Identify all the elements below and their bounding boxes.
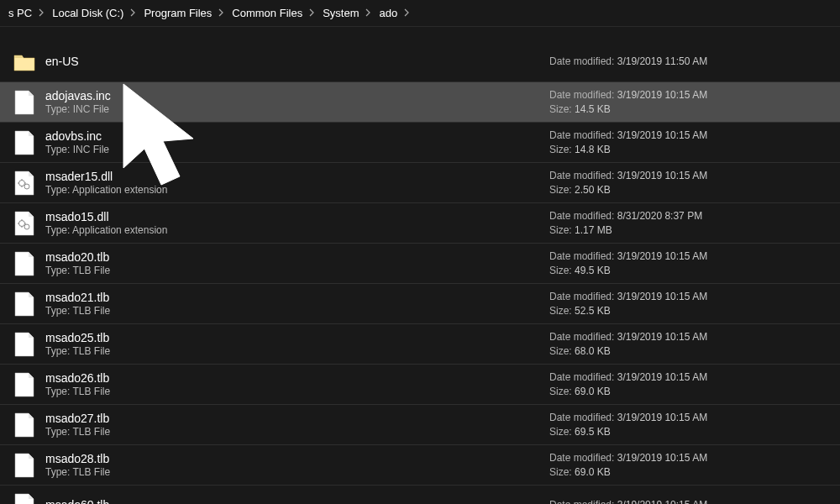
- date-modified: Date modified: 3/19/2019 10:15 AM: [549, 498, 827, 504]
- file-size: Size: 49.5 KB: [549, 264, 827, 278]
- file-size: Size: 69.0 KB: [549, 465, 827, 480]
- file-name: msado20.tlb: [45, 249, 549, 265]
- dll-file-icon: [13, 170, 35, 197]
- date-modified: Date modified: 3/19/2019 10:15 AM: [549, 129, 827, 143]
- date-modified: Date modified: 3/19/2019 10:15 AM: [549, 88, 827, 102]
- file-name: msado60.tlb: [45, 497, 549, 504]
- file-name: adovbs.inc: [45, 129, 549, 144]
- file-row[interactable]: msado25.tlbType: TLB FileDate modified: …: [0, 324, 840, 365]
- chevron-right-icon[interactable]: [307, 8, 318, 18]
- file-icon: [13, 331, 35, 358]
- file-size: Size: 69.0 KB: [549, 385, 827, 399]
- file-icon: [13, 371, 35, 398]
- date-modified: Date modified: 8/31/2020 8:37 PM: [549, 209, 827, 223]
- file-row[interactable]: adojavas.incType: INC FileDate modified:…: [0, 82, 840, 123]
- file-row[interactable]: msader15.dllType: Application extensionD…: [0, 163, 840, 203]
- file-type: Type: Application extension: [45, 224, 549, 238]
- file-main: msado21.tlbType: TLB File: [45, 290, 549, 318]
- chevron-right-icon[interactable]: [37, 8, 47, 18]
- chevron-right-icon[interactable]: [129, 8, 139, 18]
- file-size: Size: 1.17 MB: [549, 223, 827, 238]
- file-icon: [13, 492, 35, 505]
- file-main: msado27.tlbType: TLB File: [45, 411, 549, 439]
- file-type: Type: TLB File: [45, 345, 549, 359]
- file-main: msader15.dllType: Application extension: [45, 169, 549, 197]
- folder-icon: [13, 49, 35, 76]
- file-name: msado21.tlb: [45, 290, 549, 305]
- file-name: msado25.tlb: [45, 330, 549, 345]
- file-size: Size: 68.0 KB: [549, 344, 827, 359]
- file-icon: [13, 291, 35, 318]
- dll-file-icon: [13, 210, 35, 237]
- file-meta: Date modified: 3/19/2019 10:15 AMSize: 5…: [549, 290, 827, 318]
- breadcrumb-item[interactable]: ado: [374, 5, 402, 21]
- file-row[interactable]: msado21.tlbType: TLB FileDate modified: …: [0, 284, 840, 324]
- breadcrumb-item[interactable]: Local Disk (C:): [47, 5, 129, 21]
- date-modified: Date modified: 3/19/2019 10:15 AM: [549, 330, 827, 344]
- file-type: Type: TLB File: [45, 265, 549, 278]
- file-type: Type: Application extension: [45, 184, 549, 197]
- file-meta: Date modified: 8/31/2020 8:37 PMSize: 1.…: [549, 209, 827, 238]
- file-row[interactable]: en-USDate modified: 3/19/2019 11:50 AM: [0, 42, 840, 82]
- breadcrumb-item[interactable]: Common Files: [227, 5, 307, 21]
- file-meta: Date modified: 3/19/2019 10:15 AMSize: 6…: [549, 370, 827, 399]
- chevron-right-icon[interactable]: [217, 8, 227, 18]
- file-size: Size: 14.8 KB: [549, 143, 827, 157]
- file-size: Size: 2.50 KB: [549, 183, 827, 197]
- date-modified: Date modified: 3/19/2019 11:50 AM: [549, 55, 827, 69]
- file-meta: Date modified: 3/19/2019 10:15 AMSize: 1…: [549, 129, 827, 157]
- date-modified: Date modified: 3/19/2019 10:15 AM: [549, 290, 827, 304]
- file-meta: Date modified: 3/19/2019 10:15 AMSize: 1…: [549, 88, 827, 117]
- chevron-right-icon[interactable]: [402, 8, 412, 18]
- file-meta: Date modified: 3/19/2019 10:15 AMSize: 6…: [549, 330, 827, 359]
- file-type: Type: INC File: [45, 144, 549, 157]
- file-type: Type: INC File: [45, 103, 549, 117]
- file-main: msado26.tlbType: TLB File: [45, 370, 549, 399]
- breadcrumb-item[interactable]: s PC: [3, 5, 37, 21]
- date-modified: Date modified: 3/19/2019 10:15 AM: [549, 169, 827, 183]
- file-list: en-USDate modified: 3/19/2019 11:50 AMad…: [0, 27, 840, 504]
- file-row[interactable]: msado20.tlbType: TLB FileDate modified: …: [0, 244, 840, 284]
- file-type: Type: TLB File: [45, 466, 549, 480]
- file-meta: Date modified: 3/19/2019 10:15 AMSize: 4…: [549, 249, 827, 278]
- file-type: Type: TLB File: [45, 386, 549, 399]
- file-meta: Date modified: 3/19/2019 11:50 AM: [549, 55, 827, 69]
- file-icon: [13, 452, 35, 479]
- breadcrumb-item[interactable]: System: [318, 5, 364, 21]
- file-icon: [13, 89, 35, 116]
- file-meta: Date modified: 3/19/2019 10:15 AM: [549, 498, 827, 504]
- file-row[interactable]: msado27.tlbType: TLB FileDate modified: …: [0, 405, 840, 445]
- file-main: adojavas.incType: INC File: [45, 88, 549, 117]
- file-row[interactable]: adovbs.incType: INC FileDate modified: 3…: [0, 123, 840, 163]
- file-name: msado28.tlb: [45, 451, 549, 466]
- breadcrumb-item[interactable]: Program Files: [139, 5, 217, 21]
- date-modified: Date modified: 3/19/2019 10:15 AM: [549, 411, 827, 425]
- breadcrumb[interactable]: s PCLocal Disk (C:)Program FilesCommon F…: [0, 0, 840, 27]
- file-type: Type: TLB File: [45, 426, 549, 439]
- file-meta: Date modified: 3/19/2019 10:15 AMSize: 6…: [549, 411, 827, 439]
- date-modified: Date modified: 3/19/2019 10:15 AM: [549, 370, 827, 385]
- file-name: msado26.tlb: [45, 370, 549, 386]
- file-main: msado20.tlbType: TLB File: [45, 249, 549, 278]
- file-row[interactable]: msado60.tlbDate modified: 3/19/2019 10:1…: [0, 486, 840, 504]
- file-meta: Date modified: 3/19/2019 10:15 AMSize: 6…: [549, 451, 827, 480]
- file-type: Type: TLB File: [45, 305, 549, 318]
- file-name: en-US: [45, 54, 549, 69]
- file-icon: [13, 129, 35, 156]
- file-main: en-US: [45, 54, 549, 69]
- file-main: msado25.tlbType: TLB File: [45, 330, 549, 359]
- file-meta: Date modified: 3/19/2019 10:15 AMSize: 2…: [549, 169, 827, 197]
- file-size: Size: 69.5 KB: [549, 425, 827, 439]
- file-name: msado27.tlb: [45, 411, 549, 426]
- file-main: msado28.tlbType: TLB File: [45, 451, 549, 480]
- date-modified: Date modified: 3/19/2019 10:15 AM: [549, 249, 827, 264]
- file-size: Size: 52.5 KB: [549, 304, 827, 318]
- file-name: msado15.dll: [45, 209, 549, 224]
- chevron-right-icon[interactable]: [364, 8, 374, 18]
- file-row[interactable]: msado15.dllType: Application extensionDa…: [0, 203, 840, 244]
- file-row[interactable]: msado26.tlbType: TLB FileDate modified: …: [0, 365, 840, 405]
- file-name: adojavas.inc: [45, 88, 549, 103]
- file-main: adovbs.incType: INC File: [45, 129, 549, 157]
- file-row[interactable]: msado28.tlbType: TLB FileDate modified: …: [0, 445, 840, 486]
- file-main: msado60.tlb: [45, 497, 549, 504]
